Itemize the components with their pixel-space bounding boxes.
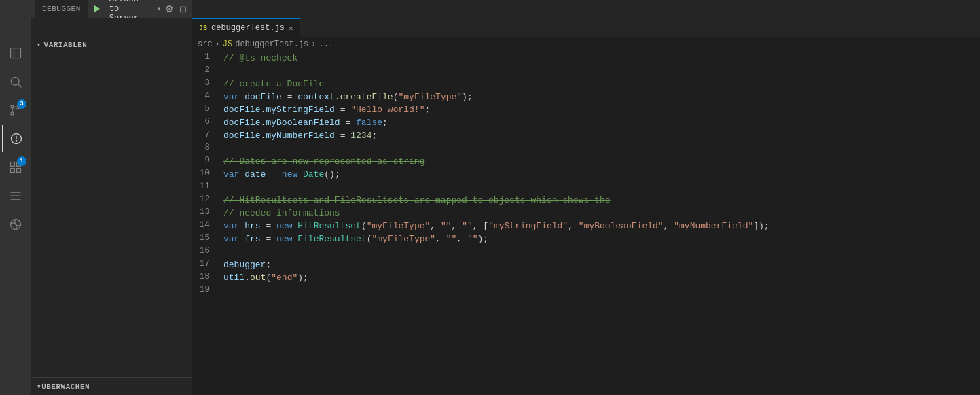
- svg-rect-0: [11, 48, 21, 58]
- line-number: 19: [192, 284, 221, 294]
- line-number: 11: [192, 181, 221, 191]
- activity-bar-top: [0, 0, 31, 18]
- table-row: 15var frs = new FileResultset("myFileTyp…: [192, 233, 980, 245]
- line-number: 6: [192, 116, 221, 126]
- svg-point-4: [11, 105, 14, 108]
- file-tab-label: debuggerTest.js: [211, 23, 285, 33]
- variables-content: [31, 53, 192, 377]
- line-number: 2: [192, 65, 221, 75]
- line-number: 18: [192, 271, 221, 281]
- play-icon: [94, 5, 100, 12]
- line-number: 17: [192, 258, 221, 269]
- svg-point-6: [11, 112, 14, 115]
- line-number: 16: [192, 245, 221, 256]
- line-number: 1: [192, 52, 221, 62]
- variables-section-header[interactable]: ▾ VARIABLEN: [31, 37, 192, 53]
- table-row: 9// Dates are now represented as string: [192, 155, 980, 168]
- svg-point-2: [11, 77, 19, 85]
- table-row: 14var hrs = new HitResultset("myFileType…: [192, 220, 980, 233]
- svg-rect-10: [11, 162, 15, 167]
- line-content: docFile.myNumberField = 1234;: [221, 129, 980, 142]
- table-row: 6docFile.myBooleanField = false;: [192, 116, 980, 129]
- table-row: 7docFile.myNumberField = 1234;: [192, 129, 980, 142]
- watch-chevron: ▾: [37, 382, 41, 391]
- line-content: docFile.myBooleanField = false;: [221, 116, 980, 129]
- debug-settings-button[interactable]: ⚙: [164, 2, 175, 16]
- svg-line-3: [18, 84, 22, 88]
- line-number: 14: [192, 220, 221, 230]
- line-number: 13: [192, 207, 221, 217]
- line-number: 10: [192, 168, 221, 178]
- line-content: // create a DocFile: [221, 78, 980, 90]
- editor-tab-bar: JS debuggerTest.js ✕: [192, 18, 980, 37]
- watch-section: ▾ ÜBERWACHEN: [31, 377, 192, 395]
- line-number: 12: [192, 194, 221, 204]
- breadcrumb-file: debuggerTest.js: [235, 39, 308, 49]
- activity-icon-explorer[interactable]: [2, 39, 29, 67]
- activity-bar-row2: [0, 18, 31, 37]
- code-editor[interactable]: 1// @ts-nocheck23// create a DocFile4var…: [192, 52, 980, 395]
- breadcrumb-src: src: [198, 39, 213, 49]
- table-row: 16: [192, 245, 980, 258]
- activity-icon-remote[interactable]: [2, 211, 29, 238]
- activity-icon-extensions[interactable]: 1: [2, 154, 29, 181]
- table-row: 5docFile.myStringField = "Hello world!";: [192, 103, 980, 116]
- line-content: // @ts-nocheck: [221, 52, 980, 65]
- variables-label: VARIABLEN: [44, 41, 88, 49]
- breadcrumb-sep2: ›: [311, 39, 316, 49]
- breadcrumb-js: JS: [223, 39, 232, 49]
- table-row: 8: [192, 142, 980, 155]
- line-number: 7: [192, 129, 221, 139]
- table-row: 12// HitResultsets and FileResultsets ar…: [192, 194, 980, 207]
- start-debug-button[interactable]: [90, 4, 104, 14]
- line-number: 15: [192, 233, 221, 243]
- activity-icon-files[interactable]: [2, 182, 29, 209]
- debug-tab-label: DEBUGGEN: [35, 0, 88, 18]
- svg-rect-13: [17, 169, 21, 173]
- debug-notification-button[interactable]: ⊡: [178, 3, 188, 16]
- activity-icon-source-control[interactable]: 3: [2, 97, 29, 124]
- sidebar: ▾ VARIABLEN ▾ ÜBERWACHEN: [31, 37, 192, 395]
- activity-icon-debug[interactable]: [2, 125, 29, 152]
- svg-point-9: [16, 141, 17, 142]
- table-row: 18util.out("end");: [192, 271, 980, 284]
- line-content: docFile.myStringField = "Hello world!";: [221, 103, 980, 116]
- file-tab-row: JS debuggerTest.js ✕: [0, 18, 980, 37]
- line-content: var docFile = context.createFile("myFile…: [221, 90, 980, 103]
- table-row: 2: [192, 65, 980, 78]
- breadcrumb-dots: ...: [319, 39, 333, 49]
- watch-label: ÜBERWACHEN: [41, 383, 90, 391]
- line-content: var hrs = new HitResultset("myFileType",…: [221, 220, 980, 233]
- table-row: 11: [192, 181, 980, 194]
- line-content: var date = new Date();: [221, 168, 980, 181]
- table-row: 4var docFile = context.createFile("myFil…: [192, 90, 980, 103]
- line-number: 4: [192, 90, 221, 101]
- breadcrumb-sep1: ›: [215, 39, 220, 49]
- source-control-badge: 3: [17, 99, 26, 109]
- line-content: util.out("end");: [221, 271, 980, 284]
- line-number: 5: [192, 103, 221, 114]
- line-number: 9: [192, 155, 221, 165]
- line-content: var frs = new FileResultset("myFileType"…: [221, 233, 980, 245]
- app-window: DEBUGGEN Attach to Server ▾ ⚙ ⊡ JS debug…: [0, 0, 980, 395]
- extensions-badge: 1: [17, 156, 26, 166]
- breadcrumb: src › JS debuggerTest.js › ...: [192, 37, 980, 52]
- line-content: // needed informations: [221, 207, 980, 220]
- line-content: // Dates are now represented as string: [221, 155, 980, 168]
- line-number: 3: [192, 78, 221, 88]
- file-tab-debuggertest[interactable]: JS debuggerTest.js ✕: [192, 18, 301, 37]
- table-row: 10var date = new Date();: [192, 168, 980, 181]
- table-row: 1// @ts-nocheck: [192, 52, 980, 65]
- line-content: // HitResultsets and FileResultsets are …: [221, 194, 980, 207]
- tab-bar-area: [192, 0, 980, 18]
- debug-toolbar: DEBUGGEN Attach to Server ▾ ⚙ ⊡: [31, 0, 192, 18]
- title-bar-row: DEBUGGEN Attach to Server ▾ ⚙ ⊡: [0, 0, 980, 18]
- watch-section-header[interactable]: ▾ ÜBERWACHEN: [31, 378, 192, 395]
- config-dropdown-arrow[interactable]: ▾: [157, 5, 161, 13]
- sidebar-tab-row: [31, 18, 192, 37]
- js-file-icon: JS: [199, 24, 207, 32]
- close-tab-icon[interactable]: ✕: [289, 24, 293, 33]
- line-number: 8: [192, 142, 221, 152]
- table-row: 19: [192, 284, 980, 297]
- activity-icon-search[interactable]: [2, 68, 29, 95]
